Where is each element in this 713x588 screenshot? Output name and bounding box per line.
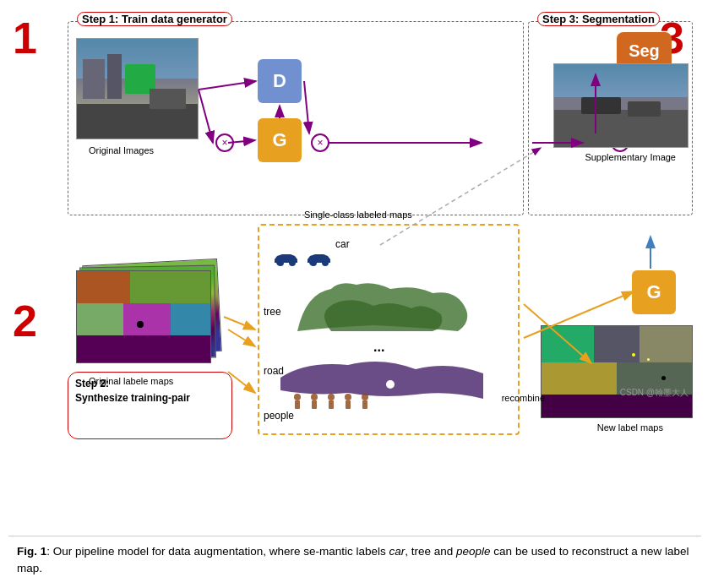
recombine-label: recombine — [502, 393, 545, 403]
caption-text1: Our pipeline model for data augmentation… — [53, 545, 389, 558]
g-module-top: G — [258, 118, 302, 162]
step3-label: Step 3: Segmentation — [537, 12, 660, 26]
multiply-symbol-1: × — [215, 133, 234, 152]
multiply-symbol-2: × — [311, 133, 329, 152]
svg-point-9 — [362, 394, 368, 400]
people-shape — [280, 390, 449, 416]
d-module-box: D — [258, 59, 302, 103]
tree-shape — [289, 276, 475, 335]
svg-point-5 — [328, 394, 335, 400]
car-icon-2 — [305, 249, 335, 268]
original-label-maps-label: Original labele maps — [89, 376, 173, 386]
step1-label: Step 1: Train data generator — [77, 12, 232, 26]
svg-rect-2 — [295, 400, 300, 409]
svg-rect-10 — [362, 400, 367, 409]
g-module-right: G — [632, 270, 676, 314]
watermark: CSDN @翰墨大人 — [620, 387, 689, 399]
svg-point-1 — [294, 394, 301, 400]
caption-area: Fig. 1: Our pipeline model for data augm… — [8, 536, 701, 585]
caption-text2: , tree and — [405, 545, 456, 558]
svg-line-22 — [224, 317, 255, 329]
new-label-maps-image — [541, 325, 693, 418]
main-container: 1 3 2 Step 1: Train data generator Step … — [0, 0, 713, 588]
tree-label: tree — [264, 306, 281, 318]
svg-point-0 — [386, 380, 395, 389]
single-class-heading: Single-class labeled maps — [304, 210, 412, 220]
supplementary-image-label: Supplementary Image — [585, 152, 676, 162]
car-icon-1 — [272, 249, 302, 268]
supplementary-image — [553, 63, 689, 148]
svg-point-7 — [345, 394, 351, 400]
single-class-area: car tree ... road — [258, 224, 520, 435]
svg-line-27 — [228, 329, 255, 346]
original-label-maps — [76, 262, 224, 363]
step1-number: 1 — [13, 13, 37, 63]
car-label: car — [335, 238, 350, 250]
svg-rect-4 — [312, 400, 317, 409]
caption-fig-label: Fig. 1 — [17, 545, 46, 558]
caption-italic-car: car — [389, 545, 405, 558]
original-images-label: Original Images — [89, 145, 154, 155]
caption-italic-people: people — [456, 545, 491, 558]
step2-number: 2 — [13, 296, 37, 346]
svg-rect-8 — [346, 400, 351, 409]
svg-point-3 — [311, 394, 318, 400]
original-image — [76, 38, 199, 139]
diagram-area: 1 3 2 Step 1: Train data generator Step … — [8, 8, 701, 490]
new-label-maps-label: New label maps — [597, 422, 663, 433]
caption-text: Fig. 1: Our pipeline model for data augm… — [17, 543, 693, 578]
svg-rect-6 — [329, 400, 334, 409]
